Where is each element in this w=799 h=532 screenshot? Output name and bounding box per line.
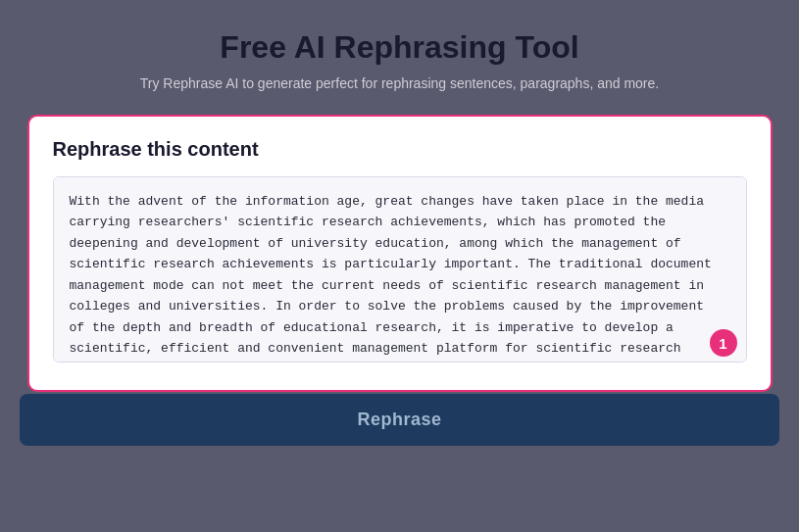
rephrase-card: Rephrase this content 1	[27, 115, 773, 392]
page-title: Free AI Rephrasing Tool	[220, 29, 578, 66]
content-input[interactable]	[53, 176, 747, 363]
page-subtitle: Try Rephrase AI to generate perfect for …	[140, 75, 659, 91]
card-label: Rephrase this content	[53, 138, 747, 161]
textarea-wrapper: 1	[53, 176, 747, 366]
rephrase-button[interactable]: Rephrase	[20, 394, 779, 446]
badge-number: 1	[710, 329, 737, 357]
